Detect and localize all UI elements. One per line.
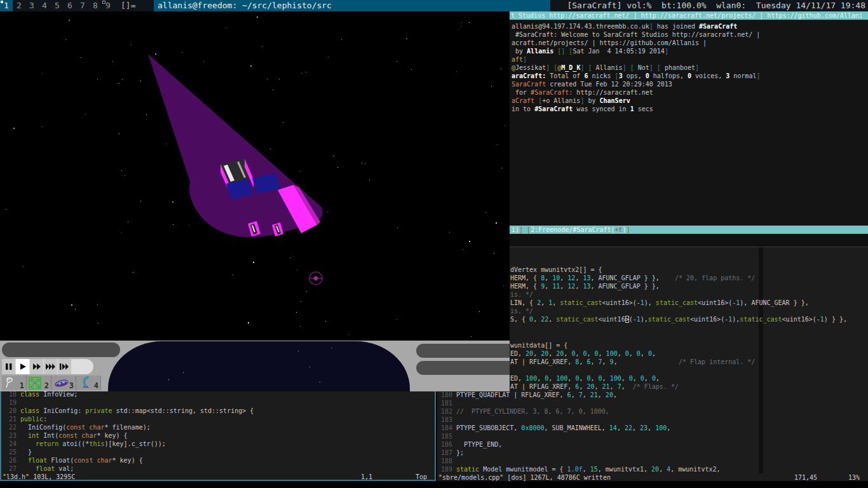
- play-icon: [19, 363, 27, 370]
- ship-view-button[interactable]: 1: [2, 376, 27, 390]
- sector-map-icon: [29, 377, 41, 390]
- irc-input-line[interactable]: [510, 234, 868, 247]
- time-controls: [2, 359, 93, 374]
- comms-log-pill: [2, 342, 120, 357]
- pause-icon: [5, 363, 13, 370]
- vim-statusline-file: "l3d.h" 103L, 3295C: [3, 473, 75, 481]
- time-accel-2x-button[interactable]: [30, 359, 43, 374]
- tag-1[interactable]: 1: [0, 0, 13, 11]
- ff3x-icon: [46, 363, 56, 370]
- ff2x-icon: [32, 363, 41, 370]
- vim-statusline-position: 1,1: [361, 473, 372, 481]
- vim-statusline-percent: Top: [416, 473, 427, 481]
- time-accel-3x-button[interactable]: [44, 359, 57, 374]
- tag-occupied-dot: [1, 1, 3, 3]
- view-button-label: 4: [94, 381, 98, 390]
- game-control-panel: 1 2: [0, 341, 510, 391]
- player-ship: [0, 11, 510, 341]
- irc-channel-topic-bar: t Studios http://saracraft.net/ | http:/…: [510, 11, 868, 20]
- view-button-label: 2: [44, 381, 49, 390]
- ff4x-icon: [60, 363, 70, 370]
- tag-4[interactable]: 4: [38, 0, 51, 11]
- layout-indicator[interactable]: []=: [114, 0, 154, 11]
- comms-button[interactable]: 4: [76, 376, 101, 390]
- tag-3[interactable]: 3: [25, 0, 38, 11]
- vim-colorcolumn: [759, 247, 763, 473]
- view-buttons: 1 2: [2, 376, 101, 390]
- vim-l3d-h-window[interactable]: 18class InfoView;1920class IniConfig: pr…: [0, 391, 436, 481]
- view-button-label: 1: [20, 381, 24, 390]
- focused-window-title: allanis@freedom: ~/src/lephisto/src: [154, 0, 550, 11]
- comms-icon: [78, 376, 92, 390]
- play-button[interactable]: [16, 359, 29, 374]
- galaxy-view-button[interactable]: 3: [51, 376, 76, 390]
- game-viewport[interactable]: 1 2: [0, 11, 510, 391]
- dwm-bar: 1 2 3 4 5 6 7 8 9 []= allanis@freedom: ~…: [0, 0, 868, 11]
- irc-window: allanis@94.197.174.43.threembb.co.uk] ha…: [510, 11, 868, 247]
- tag-2[interactable]: 2: [13, 0, 25, 11]
- time-accel-4x-button[interactable]: [58, 359, 71, 374]
- tag-9[interactable]: 9: [102, 0, 114, 11]
- galaxy-icon: [53, 377, 70, 390]
- nav-target-indicator: [309, 272, 323, 285]
- tag-7[interactable]: 7: [76, 0, 89, 11]
- tag-6[interactable]: 6: [64, 0, 76, 11]
- lasso-icon: [4, 377, 18, 390]
- desktop: 1 2 3 4 5 6 7 8 9 []= allanis@freedom: ~…: [0, 0, 868, 488]
- view-button-label: 3: [69, 381, 74, 390]
- scanner-dome: [108, 341, 410, 391]
- tag-client-square: [102, 1, 105, 4]
- tag-5[interactable]: 5: [51, 0, 64, 11]
- irc-message-area: allanis@94.197.174.43.threembb.co.uk] ha…: [510, 11, 868, 234]
- status-text: [SaraCraft] vol:% bt:100.0% wlan0: Tuesd…: [550, 0, 868, 11]
- pause-button[interactable]: [2, 359, 15, 374]
- tag-8[interactable]: 8: [89, 0, 102, 11]
- sector-map-button[interactable]: 2: [27, 376, 51, 390]
- right-pill-1: [416, 344, 510, 358]
- irc-status-bar: i)] [2:Freenode/#SaraCraft(+t)]: [510, 226, 868, 234]
- vim-statusline-percent: 13%: [848, 473, 860, 481]
- vim-statusline-file: "sbre/models.cpp" [dos] 1267L, 48786C wr…: [438, 473, 611, 481]
- right-pill-2: [416, 361, 510, 375]
- vim-statusline-position: 171,45: [794, 473, 817, 481]
